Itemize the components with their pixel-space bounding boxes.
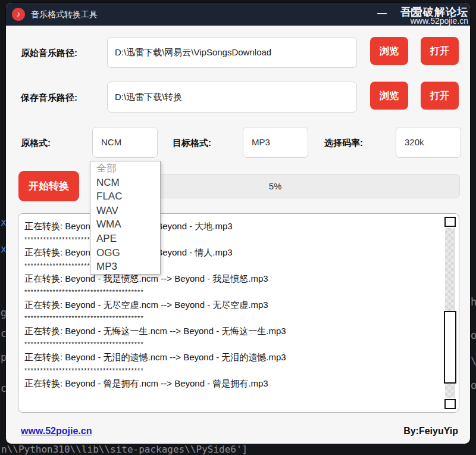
log-content: 正在转换: Beyond - 大地.ncm --> Beyond - 大地.mp… (24, 220, 439, 390)
watermark-forum-url: www.52pojie.cn (411, 16, 468, 26)
source-format-label: 原格式: (21, 138, 51, 149)
log-line: 正在转换: Beyond - 曾是拥有.ncm --> Beyond - 曾是拥… (24, 377, 439, 390)
bitrate-select[interactable]: 320k (396, 127, 461, 158)
log-line: 正在转换: Beyond - 无悔这一生.ncm --> Beyond - 无悔… (24, 325, 439, 338)
dropdown-option-WMA[interactable]: WMA (90, 217, 160, 232)
forum-link[interactable]: www.52pojie.cn (21, 426, 92, 437)
music-note-icon: ♪ (12, 8, 25, 21)
dropdown-option-MP3[interactable]: MP3 (90, 260, 160, 274)
log-line: 正在转换: Beyond - 我是愤怒.ncm --> Beyond - 我是愤… (24, 272, 439, 285)
bitrate-label: 选择码率: (324, 138, 363, 149)
save-browse-button[interactable]: 浏览 (370, 82, 408, 110)
background-glyph: o (471, 379, 476, 391)
source-open-button[interactable]: 打开 (421, 37, 459, 65)
log-line: 正在转换: Beyond - 情人.ncm --> Beyond - 情人.mp… (24, 246, 439, 259)
dropdown-option-OGG[interactable]: OGG (90, 246, 160, 260)
log-scrollbar[interactable] (444, 217, 456, 409)
background-glyph: h (471, 296, 476, 308)
window-title: 音乐格式转换工具 (31, 3, 98, 26)
start-convert-button[interactable]: 开始转换 (18, 171, 79, 201)
log-separator: ************************************** (24, 338, 439, 351)
scrollbar-thumb[interactable] (444, 311, 456, 384)
minimize-button[interactable]: — (370, 3, 394, 26)
dropdown-option-APE[interactable]: APE (90, 232, 160, 246)
target-format-select[interactable]: MP3 (243, 127, 308, 158)
format-dropdown: 全部NCMFLACWAVWMAAPEOGGMP3 (90, 161, 161, 275)
dropdown-option-FLAC[interactable]: FLAC (90, 189, 160, 204)
log-separator: ************************************** (24, 364, 439, 377)
dropdown-option-NCM[interactable]: NCM (90, 176, 160, 190)
log-line: 正在转换: Beyond - 大地.ncm --> Beyond - 大地.mp… (24, 220, 439, 233)
terminal-text: n\\Python310\\lib\\site-packages\\PySide… (1, 444, 248, 455)
source-path-input[interactable] (107, 37, 357, 68)
save-open-button[interactable]: 打开 (421, 82, 459, 110)
log-separator: ************************************** (24, 233, 439, 246)
screen: n\\Python310\\lib\\site-packages\\PySide… (0, 0, 476, 455)
log-line: 正在转换: Beyond - 无尽空虚.ncm --> Beyond - 无尽空… (24, 298, 439, 311)
target-format-label: 目标格式: (173, 138, 211, 149)
save-path-label: 保存音乐路径: (21, 92, 77, 104)
titlebar[interactable]: ♪ 音乐格式转换工具 — 吾爱破解论坛 www.52pojie.cn (6, 3, 470, 26)
background-glyph: \ (471, 355, 476, 367)
source-browse-button[interactable]: 浏览 (370, 37, 408, 65)
background-glyph: o (471, 329, 476, 341)
save-path-input[interactable] (107, 82, 357, 113)
conversion-log[interactable]: 正在转换: Beyond - 大地.ncm --> Beyond - 大地.mp… (18, 213, 459, 413)
log-separator: ************************************** (24, 259, 439, 272)
source-format-select[interactable]: NCM (92, 127, 158, 158)
scrollbar-down-icon[interactable] (444, 399, 456, 409)
log-separator: ************************************** (24, 311, 439, 325)
scrollbar-up-icon[interactable] (444, 217, 456, 227)
source-path-label: 原始音乐路径: (21, 48, 77, 59)
author-credit: By:FeiyuYip (403, 426, 458, 437)
log-line: 正在转换: Beyond - 无泪的遗憾.ncm --> Beyond - 无泪… (24, 351, 439, 364)
dropdown-option-全部[interactable]: 全部 (90, 161, 160, 176)
dropdown-option-WAV[interactable]: WAV (90, 204, 160, 218)
app-window: ♪ 音乐格式转换工具 — 吾爱破解论坛 www.52pojie.cn 原始音乐路… (6, 3, 470, 444)
log-separator: ************************************** (24, 285, 439, 298)
